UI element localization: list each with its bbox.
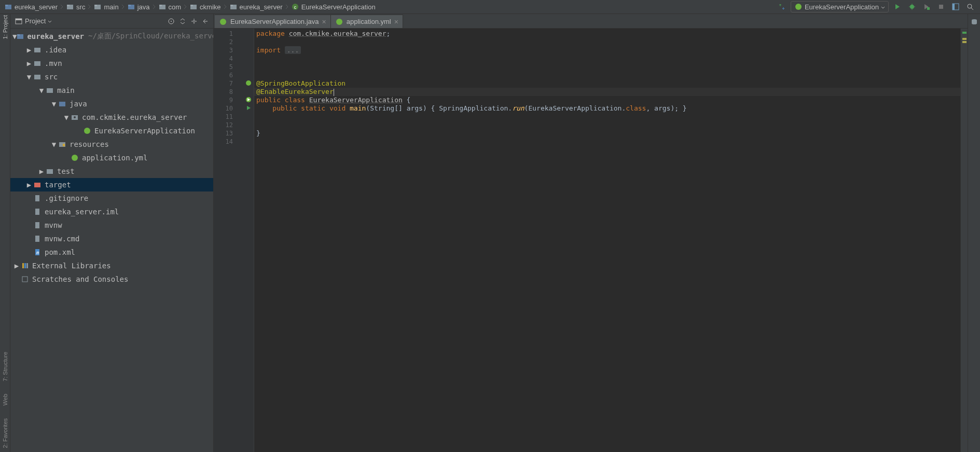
close-icon[interactable]: × bbox=[322, 18, 326, 26]
tree-iml[interactable]: eureka_server.iml bbox=[10, 205, 213, 218]
file-icon bbox=[33, 194, 42, 202]
expand-arrow-icon[interactable]: ▶ bbox=[25, 46, 33, 54]
svg-rect-41 bbox=[47, 169, 53, 174]
editor-error-stripe[interactable] bbox=[960, 29, 968, 452]
svg-rect-39 bbox=[63, 144, 65, 146]
close-icon[interactable]: × bbox=[394, 18, 398, 26]
svg-rect-45 bbox=[35, 222, 39, 228]
svg-rect-11 bbox=[190, 5, 193, 6]
tree-root[interactable]: ▼ eureka_server ~/桌面/SprinCloud/eureka_s… bbox=[10, 30, 213, 43]
run-line-marker-icon[interactable] bbox=[245, 80, 252, 88]
crumb-java[interactable]: java bbox=[125, 1, 152, 13]
tree-mvnw-cmd[interactable]: mvnw.cmd bbox=[10, 232, 213, 245]
tool-web[interactable]: Web bbox=[2, 394, 8, 405]
expand-arrow-icon[interactable]: ▼ bbox=[37, 86, 46, 94]
chevron-right-icon bbox=[183, 1, 187, 13]
tree-main[interactable]: ▼ main bbox=[10, 84, 213, 97]
svg-rect-43 bbox=[35, 195, 39, 201]
tree-app-yml[interactable]: application.yml bbox=[10, 151, 213, 165]
package-icon bbox=[71, 113, 79, 121]
crumb-ckmike[interactable]: ckmike bbox=[187, 1, 223, 13]
crumb-class[interactable]: c EurekaServerApplication bbox=[289, 1, 378, 13]
svg-rect-9 bbox=[159, 5, 162, 6]
gear-icon[interactable] bbox=[189, 17, 199, 26]
folder-icon bbox=[93, 3, 102, 11]
update-project-button[interactable] bbox=[776, 1, 788, 12]
tree-gitignore[interactable]: .gitignore bbox=[10, 191, 213, 205]
scratch-icon bbox=[21, 275, 29, 283]
expand-arrow-icon[interactable]: ▼ bbox=[62, 113, 71, 121]
svg-rect-34 bbox=[59, 102, 65, 106]
run-line-marker-icon[interactable] bbox=[245, 105, 252, 113]
tool-structure[interactable]: 7: Structure bbox=[2, 352, 8, 381]
svg-rect-3 bbox=[67, 5, 70, 6]
tree-target[interactable]: ▶ target bbox=[10, 178, 213, 191]
tree-external-libs[interactable]: ▶ External Libraries bbox=[10, 259, 213, 272]
chevron-right-icon bbox=[87, 1, 91, 13]
search-everywhere-button[interactable] bbox=[964, 1, 976, 12]
tree-java[interactable]: ▼ java bbox=[10, 97, 213, 111]
database-tool-button[interactable] bbox=[969, 16, 980, 28]
chevron-right-icon bbox=[223, 1, 227, 13]
file-icon bbox=[33, 208, 42, 216]
svg-point-17 bbox=[910, 5, 914, 9]
tree-test[interactable]: ▶ test bbox=[10, 165, 213, 178]
crumb-module[interactable]: eureka_server bbox=[2, 1, 60, 13]
layout-button[interactable] bbox=[950, 1, 961, 12]
project-tree[interactable]: ▼ eureka_server ~/桌面/SprinCloud/eureka_s… bbox=[10, 29, 213, 452]
tree-mvn[interactable]: ▶ .mvn bbox=[10, 57, 213, 70]
crumb-com[interactable]: com bbox=[156, 1, 184, 13]
run-configuration-select[interactable]: EurekaServerApplication bbox=[791, 1, 889, 12]
expand-all-button[interactable] bbox=[178, 17, 187, 26]
folder-icon bbox=[46, 167, 54, 175]
expand-arrow-icon[interactable]: ▼ bbox=[50, 100, 58, 108]
tree-idea[interactable]: ▶ .idea bbox=[10, 43, 213, 57]
tree-label: External Libraries bbox=[32, 262, 111, 270]
tab-java[interactable]: EurekaServerApplication.java × bbox=[215, 15, 331, 28]
editor-gutter[interactable]: 1 2 3 4 5 6 7 8 9 10 11 12 13 14 bbox=[214, 29, 254, 452]
tree-scratches[interactable]: Scratches and Consoles bbox=[10, 272, 213, 286]
tree-pom[interactable]: m pom.xml bbox=[10, 245, 213, 259]
stop-button[interactable] bbox=[935, 1, 947, 12]
crumb-src[interactable]: src bbox=[64, 1, 87, 13]
tree-app-class[interactable]: EurekaServerApplication bbox=[10, 124, 213, 138]
crumb-label: src bbox=[76, 3, 85, 11]
svg-rect-51 bbox=[26, 263, 28, 268]
svg-rect-50 bbox=[24, 263, 26, 268]
crumb-main[interactable]: main bbox=[91, 1, 120, 13]
crumb-eureka-server[interactable]: eureka_server bbox=[227, 1, 285, 13]
svg-rect-18 bbox=[927, 7, 930, 10]
chevron-right-icon bbox=[152, 1, 156, 13]
tool-favorites[interactable]: 2: Favorites bbox=[2, 418, 8, 448]
code-editor[interactable]: package com.ckmike.eureka_server; import… bbox=[254, 29, 960, 452]
expand-arrow-icon[interactable]: ▼ bbox=[25, 73, 33, 81]
debug-button[interactable] bbox=[906, 1, 918, 12]
run-line-marker-icon[interactable] bbox=[245, 97, 252, 104]
maven-file-icon: m bbox=[33, 248, 42, 256]
expand-arrow-icon[interactable]: ▼ bbox=[12, 32, 17, 40]
expand-arrow-icon[interactable]: ▶ bbox=[25, 59, 33, 67]
chevron-down-icon[interactable] bbox=[48, 17, 52, 25]
tab-yml[interactable]: application.yml × bbox=[331, 15, 403, 28]
expand-arrow-icon[interactable]: ▼ bbox=[50, 140, 58, 148]
hide-button[interactable] bbox=[201, 17, 210, 26]
run-coverage-button[interactable] bbox=[921, 1, 932, 12]
tree-src[interactable]: ▼ src bbox=[10, 70, 213, 84]
tree-resources[interactable]: ▼ resources bbox=[10, 138, 213, 151]
tree-label: com.ckmike.eureka_server bbox=[82, 113, 187, 121]
locate-button[interactable] bbox=[167, 17, 176, 26]
svg-point-37 bbox=[84, 128, 90, 134]
svg-point-54 bbox=[336, 19, 342, 25]
chevron-right-icon bbox=[60, 1, 64, 13]
tree-label: eureka_server bbox=[27, 32, 84, 40]
run-button[interactable] bbox=[892, 1, 903, 12]
tool-project[interactable]: 1: Project bbox=[2, 15, 8, 39]
tree-mvnw[interactable]: mvnw bbox=[10, 218, 213, 232]
expand-arrow-icon[interactable]: ▶ bbox=[12, 262, 21, 270]
tree-package[interactable]: ▼ com.ckmike.eureka_server bbox=[10, 111, 213, 124]
expand-arrow-icon[interactable]: ▶ bbox=[37, 167, 46, 175]
excluded-folder-icon bbox=[33, 181, 42, 189]
toolbar-actions: EurekaServerApplication bbox=[776, 1, 978, 12]
tree-label: .mvn bbox=[45, 59, 62, 67]
expand-arrow-icon[interactable]: ▶ bbox=[25, 181, 33, 189]
